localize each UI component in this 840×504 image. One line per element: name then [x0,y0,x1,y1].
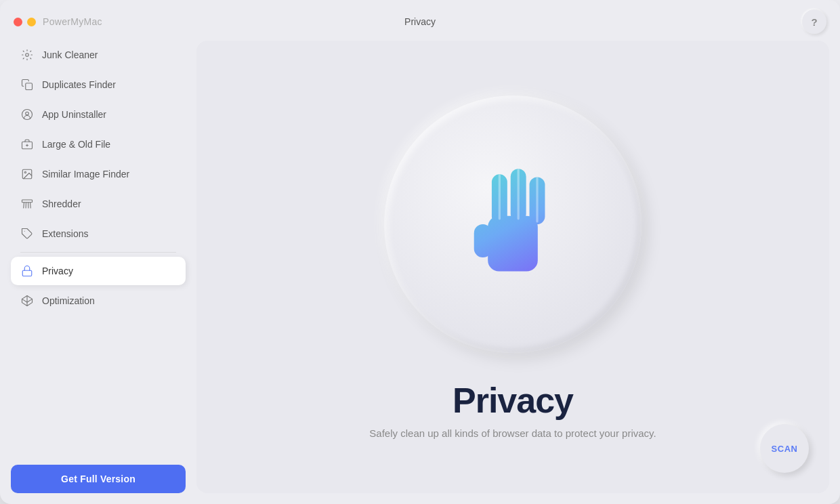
sidebar-item-label: Similar Image Finder [42,169,129,180]
svg-line-10 [24,203,24,208]
lock-icon [20,264,34,278]
sidebar-item-extensions[interactable]: Extensions [11,219,186,248]
puzzle-icon [20,227,34,240]
title-bar-left: PowerMyMac [14,16,102,27]
gear-icon [20,48,34,62]
sidebar: Junk Cleaner Duplicates Finder App Unins… [11,41,186,493]
sidebar-item-app-uninstaller[interactable]: App Uninstaller [11,100,186,129]
help-button[interactable]: ? [802,9,826,34]
sidebar-item-label: Junk Cleaner [42,49,98,60]
svg-point-2 [22,110,33,120]
svg-point-8 [24,171,26,173]
sidebar-item-large-old-file[interactable]: Large & Old File [11,130,186,159]
close-button[interactable] [14,18,22,26]
privacy-hand-icon [452,163,574,285]
traffic-lights [14,18,36,26]
get-full-version-button[interactable]: Get Full Version [11,465,186,493]
minimize-button[interactable] [27,18,36,26]
scan-button[interactable]: SCAN [760,424,809,473]
svg-point-0 [26,54,29,57]
copy-icon [20,78,34,91]
app-title: PowerMyMac [43,16,102,27]
briefcase-icon [20,138,34,151]
svg-rect-15 [22,270,32,276]
svg-rect-9 [22,200,33,203]
sidebar-item-duplicates-finder[interactable]: Duplicates Finder [11,70,186,99]
diamond-icon [20,294,34,308]
app-window: PowerMyMac Privacy ? Junk Cleaner Duplic… [0,0,840,504]
sidebar-item-optimization[interactable]: Optimization [11,287,186,315]
content-area: Privacy Safely clean up all kinds of bro… [196,41,829,493]
sidebar-item-label: Privacy [42,266,73,276]
sidebar-item-privacy[interactable]: Privacy [11,257,186,285]
svg-line-13 [30,203,31,208]
svg-rect-19 [474,224,492,257]
hero-subtitle: Safely clean up all kinds of browser dat… [369,427,656,439]
sidebar-item-label: Shredder [42,198,81,209]
sidebar-item-label: Duplicates Finder [42,79,116,90]
hero-circle [384,96,642,353]
svg-rect-1 [26,83,33,90]
hero-title: Privacy [453,380,573,421]
person-circle-icon [20,108,34,121]
sidebar-item-label: Large & Old File [42,139,110,150]
main-layout: Junk Cleaner Duplicates Finder App Unins… [0,41,840,504]
shredder-icon [20,197,34,211]
sidebar-item-label: Extensions [42,228,88,239]
svg-rect-18 [488,215,538,271]
sidebar-item-shredder[interactable]: Shredder [11,190,186,218]
image-icon [20,167,34,181]
window-title: Privacy [404,16,436,27]
title-bar: PowerMyMac Privacy ? [0,0,840,41]
sidebar-item-junk-cleaner[interactable]: Junk Cleaner [11,41,186,69]
svg-point-3 [26,112,29,115]
sidebar-item-label: Optimization [42,295,95,306]
sidebar-item-label: App Uninstaller [42,109,106,120]
sidebar-item-similar-image-finder[interactable]: Similar Image Finder [11,160,186,188]
sidebar-divider [20,252,176,253]
